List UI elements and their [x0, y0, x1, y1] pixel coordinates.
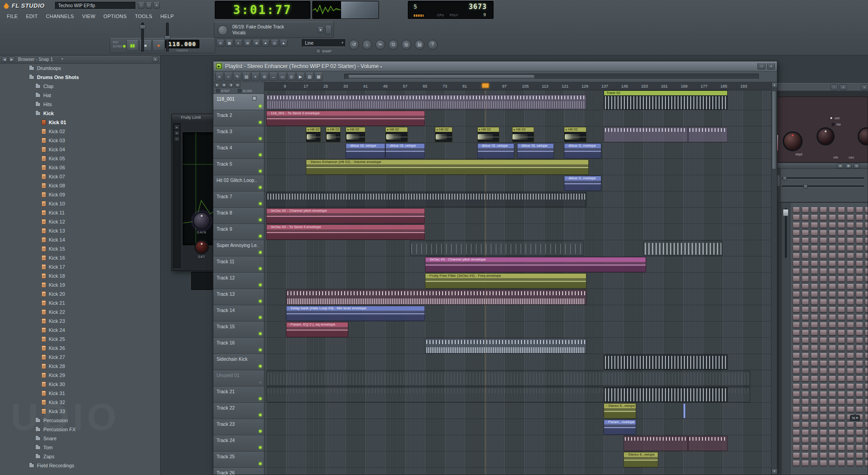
pad-button[interactable]	[838, 438, 845, 443]
oct-radio-dot[interactable]	[830, 116, 833, 120]
pad-button[interactable]	[802, 284, 809, 289]
pad-button[interactable]	[829, 453, 836, 458]
track-header-track-24[interactable]: Track 24	[213, 435, 264, 452]
clip-dblue-gl-velope[interactable]: ~dblue Gl..velope	[385, 143, 425, 158]
pad-button[interactable]	[847, 330, 854, 335]
master-pitch-slider[interactable]	[166, 23, 169, 52]
pad-button[interactable]	[802, 453, 809, 458]
pad-button[interactable]	[793, 238, 800, 243]
track-options-icon[interactable]	[252, 96, 257, 101]
pad-button[interactable]	[847, 461, 854, 466]
pad-button[interactable]	[838, 269, 845, 274]
browser-item-kick-09[interactable]: Kick 09	[0, 190, 160, 199]
browser-item-kick-13[interactable]: Kick 13	[0, 226, 160, 235]
pad-button[interactable]	[856, 238, 863, 243]
clip-hit-02[interactable]: ▸Hit 02	[306, 127, 321, 142]
track-header-track-9[interactable]: Track 9	[213, 224, 264, 240]
pat-label[interactable]: PAT	[113, 40, 125, 44]
hz-radio-dot[interactable]	[831, 123, 835, 126]
zoom-tool-icon[interactable]: ◎	[287, 73, 295, 81]
pad-button[interactable]	[829, 223, 836, 228]
pad-button[interactable]	[865, 261, 868, 266]
track-mute-led[interactable]	[259, 462, 262, 465]
track-header-sidechain-kick[interactable]: Sidechain Kick	[213, 354, 264, 370]
grid-color-icon[interactable]: ▦	[314, 73, 323, 81]
pad-button[interactable]	[856, 276, 863, 282]
pad-button[interactable]	[811, 376, 818, 382]
pad-button[interactable]	[793, 253, 800, 259]
utility-slider-1[interactable]	[782, 177, 864, 179]
clip-fruity-free-filter-3xosc-3-freq-envelope[interactable]: ~Fruity Free Filter (3xOsc #3) - Freq en…	[425, 273, 586, 289]
draw-tool-icon[interactable]: ✎	[233, 73, 241, 81]
pad-button[interactable]	[865, 461, 868, 466]
pad-button[interactable]	[820, 353, 827, 359]
browser-item-kick-21[interactable]: Kick 21	[0, 298, 160, 307]
pad-button[interactable]	[811, 384, 818, 389]
track-header-track-8[interactable]: Track 8	[213, 208, 264, 224]
multilink-icon[interactable]: ⊕	[253, 40, 260, 47]
pad-button[interactable]	[802, 330, 809, 335]
pad-button[interactable]	[838, 384, 845, 389]
play-pause-button[interactable]: ▮▮	[126, 40, 139, 51]
pad-button[interactable]	[865, 207, 868, 213]
browser-item-hits[interactable]: Hits	[0, 100, 160, 109]
track-mute-led[interactable]	[259, 381, 262, 384]
pad-button[interactable]	[856, 246, 863, 251]
pad-button[interactable]	[838, 284, 845, 289]
pad-button[interactable]	[865, 246, 868, 251]
menu-view[interactable]: VIEW	[78, 12, 99, 21]
clip-pattern[interactable]	[266, 94, 586, 110]
pad-button[interactable]	[793, 414, 800, 420]
pad-button[interactable]	[802, 407, 809, 412]
pad-button[interactable]	[793, 322, 800, 328]
fine-knob[interactable]	[817, 127, 835, 145]
pad-button[interactable]	[802, 430, 809, 435]
pad-button[interactable]	[847, 253, 854, 259]
pad-button[interactable]	[856, 322, 863, 328]
pad-button[interactable]	[865, 284, 868, 289]
pad-button[interactable]	[820, 376, 827, 382]
pad-button[interactable]	[856, 330, 863, 335]
pad-button[interactable]	[865, 384, 868, 389]
clip-hit-02[interactable]: ▸Hit 02	[564, 127, 586, 142]
pad-button[interactable]	[847, 353, 854, 359]
pad-button[interactable]	[829, 422, 836, 428]
pad-button[interactable]	[793, 246, 800, 251]
pad-button[interactable]	[820, 307, 827, 312]
pat-song-switch[interactable]: PAT SONG	[113, 40, 125, 48]
pad-button[interactable]	[793, 368, 800, 374]
pad-button[interactable]	[802, 253, 809, 259]
record-options-button[interactable]: ⊙	[388, 40, 398, 50]
pad-button[interactable]	[865, 269, 868, 274]
clip-pattern[interactable]	[604, 354, 728, 370]
pad-button[interactable]	[847, 376, 854, 382]
track-mute-led[interactable]	[259, 300, 262, 303]
pad-button[interactable]	[793, 384, 800, 389]
snap-magnet-icon[interactable]: ∩	[224, 73, 232, 81]
pad-button[interactable]	[820, 414, 827, 420]
clip-pattern[interactable]	[688, 127, 728, 142]
track-header-track-11[interactable]: Track 11	[213, 256, 264, 273]
track-header-track-21[interactable]: Track 21	[213, 387, 264, 403]
track-header-track-5[interactable]: Track 5	[213, 159, 264, 175]
browser-item-kick-22[interactable]: Kick 22	[0, 307, 160, 317]
browser-item-kick-27[interactable]: Kick 27	[0, 353, 160, 362]
hz-radio[interactable]: Hz	[831, 122, 841, 126]
utility-slider-2-handle[interactable]	[803, 184, 808, 189]
pad-button[interactable]	[847, 238, 854, 243]
clip-hit-02[interactable]: ▸Hit 02	[326, 127, 341, 142]
pad-button[interactable]	[847, 338, 854, 343]
pad-button[interactable]	[847, 246, 854, 251]
playlist-grid[interactable]: 9172533414957657381899710511312112913714…	[264, 82, 771, 475]
pad-button[interactable]	[865, 215, 868, 220]
browser-item-kick-14[interactable]: Kick 14	[0, 235, 160, 244]
pad-button[interactable]	[793, 292, 800, 297]
pad-button[interactable]	[802, 338, 809, 343]
pad-button[interactable]	[793, 407, 800, 412]
browser-item-kick-33[interactable]: Kick 33	[0, 407, 160, 416]
pad-button[interactable]	[847, 284, 854, 289]
browser-item-field-recordings[interactable]: Field Recordings	[0, 461, 160, 470]
track-mute-led[interactable]	[259, 186, 262, 189]
pad-button[interactable]	[811, 345, 818, 351]
track-mute-led[interactable]	[259, 154, 262, 156]
